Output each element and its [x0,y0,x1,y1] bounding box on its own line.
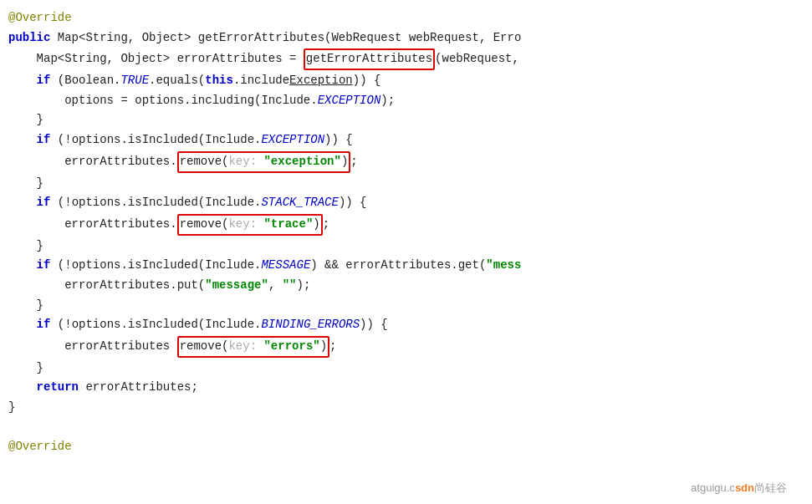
highlight-remove-errors: remove(key: "errors") [177,336,329,358]
code-line-19: return errorAttributes; [0,378,812,398]
code-viewer: @Override public Map<String, Object> get… [0,0,812,504]
code-line-empty [0,418,812,438]
code-line-4: if (Boolean.TRUE.equals(this.includeExce… [0,71,812,91]
indent5: options = options.including(Include. [8,92,318,110]
code-line-6: } [0,110,812,130]
code-line-7: if (!options.isIncluded(Include.EXCEPTIO… [0,130,812,150]
highlight-remove-trace: remove(key: "trace") [177,214,323,236]
code-line-5: options = options.including(Include.EXCE… [0,91,812,111]
indent3: Map<String, Object> errorAttributes = [8,50,304,69]
line3-rest: (webRequest, [435,50,519,69]
annotation-override-2: @Override [8,438,72,456]
code-line-14: errorAttributes.put("message", ""); [0,276,812,296]
code-line-8: errorAttributes.remove(key: "exception")… [0,150,812,174]
kw-if: if [37,72,58,90]
code-line-1: @Override [0,8,812,28]
code-line-21: @Override [0,437,812,457]
highlight-getErrorAttributes: getErrorAttributes [304,48,435,70]
code-line-20: } [0,398,812,418]
code-line-15: } [0,296,812,316]
watermark: atguigu.csdn尚硅谷 [691,481,787,496]
highlight-remove-exception: remove(key: "exception") [177,151,351,173]
method-name: getErrorAttributes(WebRequest webRequest… [198,29,521,48]
code-line-16: if (!options.isIncluded(Include.BINDING_… [0,315,812,335]
type-map: Map<String, Object> [58,29,198,48]
code-line-18: } [0,359,812,379]
code-line-12: } [0,237,812,257]
code-line-10: if (!options.isIncluded(Include.STACK_TR… [0,193,812,213]
code-line-17: errorAttributes remove(key: "errors"); [0,335,812,359]
annotation-override-1: @Override [8,9,72,28]
kw-public: public [8,29,58,48]
code-line-11: errorAttributes.remove(key: "trace"); [0,213,812,237]
code-line-2: public Map<String, Object> getErrorAttri… [0,28,812,48]
code-line-3: Map<String, Object> errorAttributes = ge… [0,48,812,71]
code-line-9: } [0,174,812,194]
indent4 [8,72,37,90]
code-line-13: if (!options.isIncluded(Include.MESSAGE)… [0,256,812,276]
